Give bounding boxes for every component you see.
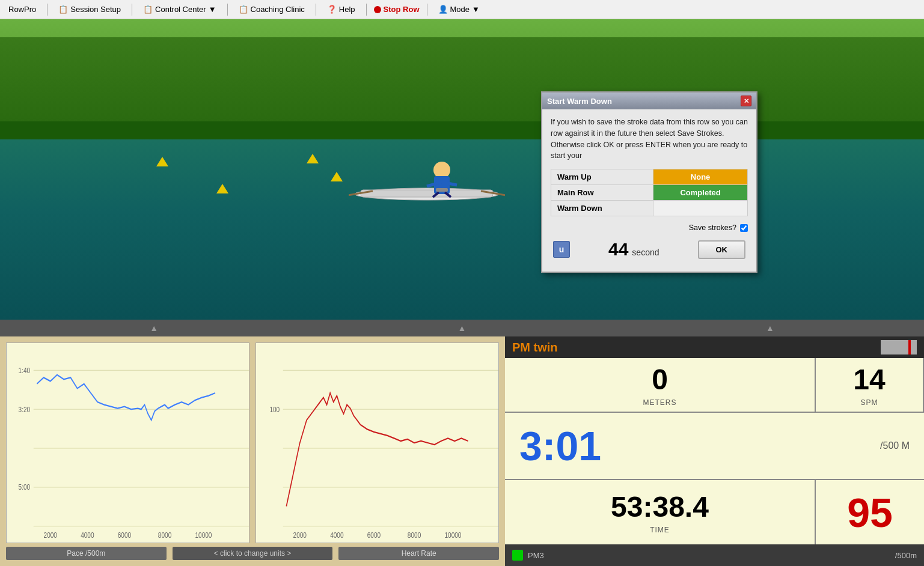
- dialog-text: If you wish to save the stroke data from…: [551, 117, 748, 162]
- sep3: [227, 4, 228, 16]
- rowpro-menu[interactable]: RowPro: [5, 4, 40, 15]
- timer-section: 44 second: [608, 239, 659, 260]
- timer-value: 44: [608, 239, 628, 260]
- sep6: [427, 4, 427, 16]
- pm-meters-value: 0: [652, 363, 668, 396]
- units-label-button[interactable]: < click to change units >: [173, 547, 333, 560]
- pm-top-row: 0 METERS 14 SPM: [505, 358, 924, 413]
- help-icon: ❓: [327, 5, 337, 14]
- tree-backdrop: [0, 37, 924, 139]
- pm-pace-value: 3:01: [519, 422, 601, 469]
- pm-footer: PM3 /500m: [505, 544, 924, 566]
- svg-text:10000: 10000: [195, 531, 212, 540]
- mainrow-label: Main Row: [551, 185, 653, 201]
- rower: [349, 137, 505, 205]
- pm-red-bar: [908, 340, 911, 355]
- pm3-status-indicator: [512, 550, 523, 561]
- save-strokes-checkbox[interactable]: [740, 224, 748, 232]
- sep2: [132, 4, 132, 16]
- ok-button[interactable]: OK: [698, 240, 746, 259]
- session-setup-menu[interactable]: 📋 Session Setup: [55, 4, 124, 15]
- svg-text:1:40: 1:40: [19, 365, 31, 375]
- svg-text:8000: 8000: [408, 531, 421, 540]
- pm-time-label: TIME: [650, 526, 670, 534]
- pm-meters-label: METERS: [643, 398, 676, 407]
- stop-row-label: Stop Row: [384, 5, 420, 14]
- pm-watts-box: 95: [816, 480, 924, 544]
- pm-indicator: [881, 340, 917, 355]
- svg-text:8000: 8000: [158, 531, 172, 540]
- coaching-clinic-label: Coaching Clinic: [251, 5, 305, 14]
- save-strokes-label: Save strokes?: [689, 224, 736, 232]
- pm-meters-box: 0 METERS: [505, 358, 816, 412]
- warmdown-label: Warm Down: [551, 201, 653, 216]
- pm-pace-row: 3:01 /500 M: [505, 413, 924, 480]
- svg-rect-25: [256, 343, 498, 543]
- mode-label: Mode: [450, 5, 470, 14]
- pace-chart: 1:40 3:20 5:00 2000 4000 6000 8000 10000: [6, 342, 249, 543]
- session-setup-label: Session Setup: [70, 5, 121, 14]
- help-label: Help: [339, 5, 355, 14]
- control-center-menu[interactable]: 📋 Control Center ▼: [139, 4, 219, 15]
- status-table: Warm Up None Main Row Completed Warm Dow…: [551, 169, 748, 216]
- dialog-body: If you wish to save the stroke data from…: [542, 109, 756, 272]
- svg-text:4000: 4000: [330, 531, 344, 540]
- scroll-arrow-1[interactable]: ▲: [150, 323, 158, 333]
- mode-icon: 👤: [438, 5, 448, 14]
- scroll-arrow-2[interactable]: ▲: [458, 323, 467, 333]
- svg-rect-11: [7, 343, 249, 543]
- warmdown-status: [653, 201, 748, 216]
- help-menu[interactable]: ❓ Help: [323, 4, 359, 15]
- stop-icon: [374, 6, 381, 13]
- pm-time-row: 53:38.4 TIME 95: [505, 480, 924, 544]
- pm-spm-box: 14 SPM: [816, 358, 924, 412]
- dialog: Start Warm Down ✕ If you wish to save th…: [541, 91, 757, 273]
- pm-spm-label: SPM: [860, 398, 878, 407]
- control-icon: 📋: [143, 5, 153, 14]
- mode-menu[interactable]: 👤 Mode ▼: [435, 4, 483, 15]
- svg-rect-10: [436, 188, 448, 192]
- control-center-label: Control Center: [155, 5, 206, 14]
- u-key-label: u: [559, 245, 564, 254]
- pm-spm-value: 14: [853, 363, 885, 396]
- status-row-warmup: Warm Up None: [551, 169, 748, 185]
- pm-title: PM twin: [512, 341, 558, 355]
- svg-text:3:20: 3:20: [19, 404, 31, 414]
- pm-metrics: 0 METERS 14 SPM 3:01 /500 M 53:3: [505, 358, 924, 544]
- svg-text:6000: 6000: [118, 531, 132, 540]
- pm-panel: PM twin 0 METERS 14 SPM: [505, 336, 924, 566]
- pm-time-box: 53:38.4 TIME: [505, 480, 816, 544]
- dialog-title: Start Warm Down: [547, 97, 612, 106]
- coaching-clinic-menu[interactable]: 📋 Coaching Clinic: [235, 4, 308, 15]
- pm-footer-units: /500m: [895, 551, 917, 560]
- status-row-warmdown: Warm Down: [551, 201, 748, 216]
- session-icon: 📋: [58, 5, 68, 14]
- svg-text:5:00: 5:00: [19, 482, 31, 492]
- svg-text:2000: 2000: [293, 531, 307, 540]
- stop-row-button[interactable]: Stop Row: [374, 5, 420, 14]
- sep1: [47, 4, 47, 16]
- svg-text:100: 100: [269, 404, 280, 414]
- control-dropdown-icon: ▼: [209, 5, 216, 14]
- pm-time-value: 53:38.4: [611, 490, 709, 523]
- dialog-close-button[interactable]: ✕: [741, 96, 751, 106]
- save-strokes-row: Save strokes?: [551, 224, 748, 232]
- scroll-arrow-3[interactable]: ▲: [766, 323, 774, 333]
- svg-text:6000: 6000: [367, 531, 381, 540]
- heartrate-label-button[interactable]: Heart Rate: [338, 547, 499, 560]
- sep5: [366, 4, 367, 16]
- charts-row: 1:40 3:20 5:00 2000 4000 6000 8000 10000: [6, 342, 499, 543]
- svg-text:4000: 4000: [81, 531, 94, 540]
- svg-rect-1: [361, 190, 493, 197]
- dialog-title-bar: Start Warm Down ✕: [542, 93, 756, 109]
- pace-label-button[interactable]: Pace /500m: [6, 547, 167, 560]
- timer-unit: second: [632, 248, 659, 257]
- warmup-label: Warm Up: [551, 169, 653, 185]
- coaching-icon: 📋: [239, 5, 248, 14]
- mainrow-status: Completed: [653, 185, 748, 201]
- menu-bar: RowPro 📋 Session Setup 📋 Control Center …: [0, 0, 924, 19]
- scene-area: Start Warm Down ✕ If you wish to save th…: [0, 19, 924, 320]
- u-key-badge: u: [553, 241, 570, 258]
- scroll-arrows-bar: ▲ ▲ ▲: [0, 320, 924, 336]
- bottom-content: 1:40 3:20 5:00 2000 4000 6000 8000 10000: [0, 336, 924, 566]
